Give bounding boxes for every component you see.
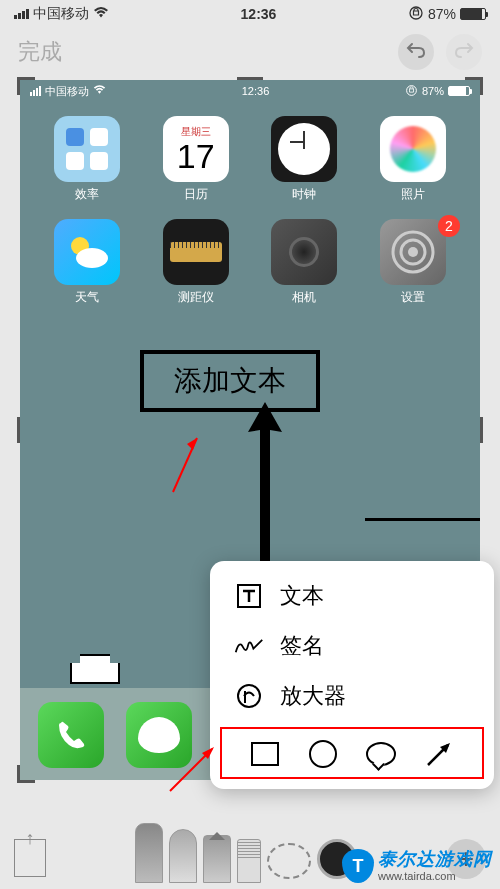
carrier-label-inner: 中国移动 bbox=[45, 84, 89, 99]
lasso-tool[interactable] bbox=[267, 843, 311, 879]
share-button[interactable] bbox=[14, 839, 46, 877]
wifi-icon bbox=[93, 6, 109, 22]
calendar-icon: 星期三 17 bbox=[163, 116, 229, 182]
drawing-tools bbox=[135, 823, 357, 883]
pen-tool-pencil[interactable] bbox=[203, 835, 231, 883]
photos-icon bbox=[380, 116, 446, 182]
app-efficiency: 效率 bbox=[38, 116, 137, 203]
measure-icon bbox=[163, 219, 229, 285]
undo-button[interactable] bbox=[398, 34, 434, 70]
orientation-lock-icon-inner bbox=[405, 84, 418, 99]
text-icon bbox=[234, 583, 264, 609]
svg-rect-5 bbox=[90, 152, 108, 170]
editor-toolbar: 完成 bbox=[0, 28, 500, 80]
eraser-tool[interactable] bbox=[237, 839, 261, 883]
signal-icon-inner bbox=[30, 86, 41, 96]
pen-tool-highlighter[interactable] bbox=[169, 829, 197, 883]
shape-arrow-button[interactable] bbox=[422, 739, 456, 769]
shapes-row bbox=[220, 727, 484, 779]
svg-point-10 bbox=[408, 247, 418, 257]
wifi-icon-inner bbox=[93, 85, 106, 97]
app-label: 效率 bbox=[75, 186, 99, 203]
annotation-text-box[interactable]: 添加文本 bbox=[140, 350, 320, 412]
signal-icon bbox=[14, 9, 29, 19]
shape-circle-button[interactable] bbox=[306, 739, 340, 769]
dock-phone-icon bbox=[38, 702, 104, 768]
app-label: 设置 bbox=[401, 289, 425, 306]
red-arrow-annotation-2 bbox=[164, 737, 224, 801]
status-time: 12:36 bbox=[241, 6, 277, 22]
app-settings: 2 设置 bbox=[364, 219, 463, 306]
battery-icon bbox=[460, 8, 486, 20]
weather-icon bbox=[54, 219, 120, 285]
red-arrow-annotation-1 bbox=[165, 430, 205, 504]
undo-icon bbox=[405, 38, 427, 66]
popup-magnifier-item[interactable]: 放大器 bbox=[210, 671, 494, 721]
efficiency-icon bbox=[54, 116, 120, 182]
app-label: 天气 bbox=[75, 289, 99, 306]
calendar-day: 17 bbox=[177, 139, 215, 173]
app-label: 日历 bbox=[184, 186, 208, 203]
status-right-outer: 87% bbox=[408, 5, 486, 24]
svg-point-14 bbox=[238, 685, 260, 707]
app-label: 相机 bbox=[292, 289, 316, 306]
home-screen-grid: 效率 星期三 17 日历 时钟 照片 天气 bbox=[20, 102, 480, 320]
app-clock: 时钟 bbox=[255, 116, 354, 203]
popup-signature-item[interactable]: 签名 bbox=[210, 621, 494, 671]
status-bar-outer: 中国移动 12:36 87% bbox=[0, 0, 500, 28]
clock-icon bbox=[271, 116, 337, 182]
camera-icon bbox=[271, 219, 337, 285]
shape-speech-bubble-button[interactable] bbox=[364, 739, 398, 769]
app-measure: 测距仪 bbox=[147, 219, 246, 306]
redo-button[interactable] bbox=[446, 34, 482, 70]
svg-rect-2 bbox=[66, 128, 84, 146]
app-photos: 照片 bbox=[364, 116, 463, 203]
markup-popup-menu: 文本 签名 放大器 bbox=[210, 561, 494, 789]
signature-icon bbox=[234, 635, 264, 657]
popup-signature-label: 签名 bbox=[280, 631, 324, 661]
popup-magnifier-label: 放大器 bbox=[280, 681, 346, 711]
app-label: 时钟 bbox=[292, 186, 316, 203]
shape-rectangle-button[interactable] bbox=[248, 739, 282, 769]
settings-icon bbox=[380, 219, 446, 285]
watermark: T 泰尔达游戏网 www.tairda.com bbox=[342, 849, 492, 883]
app-label: 测距仪 bbox=[178, 289, 214, 306]
done-button[interactable]: 完成 bbox=[18, 37, 62, 67]
black-line-annotation bbox=[365, 518, 480, 521]
pixel-art-decoration bbox=[70, 654, 120, 684]
svg-rect-4 bbox=[66, 152, 84, 170]
battery-percent: 87% bbox=[428, 6, 456, 22]
carrier-label: 中国移动 bbox=[33, 5, 89, 23]
watermark-brand: 泰尔达游戏网 bbox=[378, 850, 492, 870]
svg-rect-3 bbox=[90, 128, 108, 146]
app-calendar: 星期三 17 日历 bbox=[147, 116, 246, 203]
magnifier-icon bbox=[234, 682, 264, 710]
app-label: 照片 bbox=[401, 186, 425, 203]
pen-tool-marker[interactable] bbox=[135, 823, 163, 883]
svg-point-7 bbox=[76, 248, 108, 268]
status-left-outer: 中国移动 bbox=[14, 5, 109, 23]
battery-icon-inner bbox=[448, 86, 470, 96]
popup-text-item[interactable]: 文本 bbox=[210, 571, 494, 621]
redo-icon bbox=[453, 38, 475, 66]
orientation-lock-icon bbox=[408, 5, 424, 24]
watermark-logo: T bbox=[342, 849, 374, 883]
popup-text-label: 文本 bbox=[280, 581, 324, 611]
svg-marker-12 bbox=[187, 438, 197, 450]
app-camera: 相机 bbox=[255, 219, 354, 306]
app-weather: 天气 bbox=[38, 219, 137, 306]
battery-percent-inner: 87% bbox=[422, 85, 444, 97]
status-bar-inner: 中国移动 12:36 87% bbox=[20, 80, 480, 102]
watermark-url: www.tairda.com bbox=[378, 870, 492, 882]
settings-badge: 2 bbox=[438, 215, 460, 237]
status-time-inner: 12:36 bbox=[242, 85, 270, 97]
